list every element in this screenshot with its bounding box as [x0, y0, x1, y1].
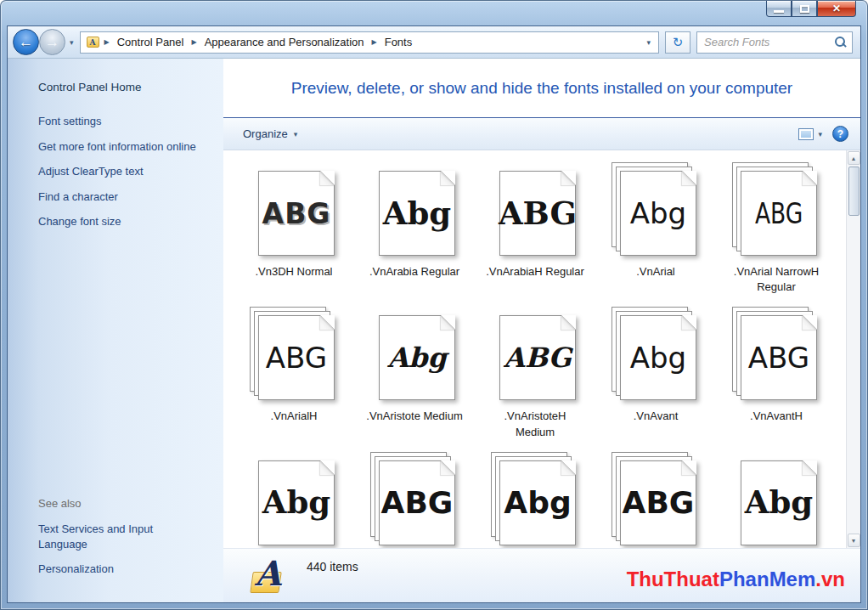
- font-glyph: ABG: [504, 344, 572, 371]
- maximize-button[interactable]: [792, 1, 817, 17]
- sidebar-link-font-settings[interactable]: Font settings: [38, 114, 200, 129]
- font-family-icon: ABG: [732, 162, 820, 257]
- scrollbar-thumb[interactable]: [848, 167, 860, 216]
- search-icon[interactable]: [834, 36, 847, 48]
- help-button[interactable]: ?: [832, 126, 848, 142]
- sidebar-link-get-more-font-information[interactable]: Get more font information online: [38, 139, 200, 155]
- font-file-icon: Abg: [732, 452, 820, 547]
- font-glyph: Abg: [630, 199, 686, 228]
- font-family-icon: Abg: [491, 452, 579, 547]
- fonts-folder-icon: A: [249, 555, 288, 596]
- font-family-icon: ABG: [250, 307, 338, 402]
- font-label: .VnArabiaH Regular: [486, 264, 584, 295]
- sidebar-link-text-services[interactable]: Text Services and Input Language: [38, 522, 200, 551]
- page-fold: [682, 171, 696, 185]
- font-item[interactable]: Abg .VnAvant: [595, 303, 716, 439]
- fonts-folder-mini-icon: A: [87, 37, 99, 48]
- toolbar-right: ▾ ?: [798, 126, 848, 142]
- toolbar: Organize ▾ ▾ ?: [223, 118, 860, 150]
- font-item[interactable]: ABG .VnArial NarrowH Regular: [716, 159, 837, 295]
- minimize-icon: [774, 10, 784, 13]
- breadcrumb-item-appearance-personalization[interactable]: Appearance and Personalization: [200, 33, 369, 51]
- search-input[interactable]: [704, 36, 834, 48]
- breadcrumb-separator-icon: ▶: [369, 38, 380, 46]
- page-fold: [561, 315, 576, 330]
- watermark-part-3: .vn: [815, 568, 845, 590]
- breadcrumb-item-control-panel[interactable]: Control Panel: [113, 33, 189, 51]
- see-also-heading: See also: [38, 497, 215, 510]
- forward-button[interactable]: →: [39, 29, 65, 55]
- letter-a-icon: A: [255, 553, 281, 593]
- font-item[interactable]: Abg .VnAristote Medium: [354, 303, 475, 439]
- font-item[interactable]: Abg: [716, 449, 837, 548]
- page-fold: [320, 460, 335, 475]
- font-item[interactable]: ABG .Vn3DH Normal: [234, 159, 354, 295]
- page-fold: [441, 315, 455, 330]
- font-glyph: ABG: [266, 343, 327, 372]
- scroll-down-button[interactable]: ▼: [848, 534, 860, 547]
- item-count: 440 items: [307, 560, 358, 573]
- font-family-icon: ABG: [612, 452, 700, 547]
- font-label: .VnAristote Medium: [366, 409, 462, 439]
- window-controls: ✕: [766, 1, 856, 17]
- font-item[interactable]: Abg: [234, 449, 354, 548]
- page-fold: [320, 171, 335, 185]
- history-dropdown-icon[interactable]: ▾: [70, 38, 74, 47]
- back-arrow-icon: ←: [19, 34, 33, 51]
- font-label: .VnAristoteH Medium: [485, 409, 585, 439]
- font-file-icon: Abg: [250, 452, 338, 547]
- font-item[interactable]: Abg .VnArabia Regular: [354, 159, 475, 295]
- font-item[interactable]: ABG: [354, 449, 475, 548]
- font-label: .Vn3DH Normal: [255, 264, 332, 295]
- watermark-part-2: PhanMem: [719, 568, 815, 590]
- font-item[interactable]: ABG .VnArabiaH Regular: [475, 159, 595, 295]
- back-button[interactable]: ←: [13, 29, 39, 55]
- font-item[interactable]: ABG .VnAvantH: [716, 303, 837, 439]
- page-fold: [803, 171, 817, 185]
- font-item[interactable]: Abg: [475, 449, 595, 548]
- organize-label: Organize: [243, 127, 288, 140]
- page-fold: [803, 315, 817, 330]
- refresh-icon: ↻: [673, 35, 684, 50]
- close-icon: ✕: [832, 3, 841, 14]
- font-glyph: ABG: [381, 488, 454, 518]
- breadcrumb-item-fonts[interactable]: Fonts: [380, 33, 417, 51]
- refresh-button[interactable]: ↻: [665, 31, 690, 54]
- sidebar-link-change-font-size[interactable]: Change font size: [38, 214, 200, 229]
- font-label: .VnAvant: [634, 409, 679, 439]
- sidebar-link-find-character[interactable]: Find a character: [38, 189, 200, 205]
- minimize-button[interactable]: [766, 1, 792, 17]
- status-bar: A 440 items ThuThuatPhanMem.vn: [223, 548, 860, 602]
- font-glyph: Abg: [262, 487, 330, 518]
- sidebar-link-personalization[interactable]: Personalization: [38, 562, 200, 577]
- breadcrumb-separator-icon: ▶: [188, 38, 200, 46]
- font-list-area: ABG .Vn3DH Normal Abg .VnArabia Regular: [223, 150, 860, 548]
- font-glyph: Abg: [387, 344, 447, 371]
- vertical-scrollbar[interactable]: ▲ ▼: [846, 150, 860, 548]
- page-fold: [441, 171, 455, 185]
- font-family-icon: Abg: [612, 307, 700, 402]
- font-item[interactable]: Abg .VnArial: [595, 159, 716, 295]
- address-dropdown-icon[interactable]: ▾: [644, 38, 653, 47]
- watermark-part-1: ThuThuat: [627, 568, 719, 590]
- sidebar-item-control-panel-home[interactable]: Control Panel Home: [38, 81, 215, 93]
- font-glyph: Abg: [630, 343, 686, 372]
- sidebar-link-adjust-cleartype[interactable]: Adjust ClearType text: [38, 164, 200, 179]
- main-content: Preview, delete, or show and hide the fo…: [223, 59, 860, 602]
- forward-arrow-icon: →: [45, 34, 59, 51]
- font-file-icon: Abg: [370, 162, 459, 257]
- font-item[interactable]: ABG .VnAristoteH Medium: [475, 303, 595, 439]
- search-box: [696, 31, 853, 54]
- font-item[interactable]: ABG .VnArialH: [234, 303, 354, 439]
- views-button[interactable]: ▾: [798, 128, 822, 140]
- organize-button[interactable]: Organize ▾: [235, 123, 305, 144]
- font-label: .VnArial NarrowH Regular: [726, 264, 826, 295]
- close-button[interactable]: ✕: [817, 1, 856, 17]
- font-grid: ABG .Vn3DH Normal Abg .VnArabia Regular: [234, 159, 837, 548]
- scroll-up-button[interactable]: ▲: [848, 151, 860, 165]
- font-family-icon: ABG: [370, 452, 459, 547]
- watermark: ThuThuatPhanMem.vn: [627, 568, 845, 591]
- font-file-icon: ABG: [250, 162, 338, 257]
- font-item[interactable]: ABG: [595, 449, 716, 548]
- font-file-icon: ABG: [491, 307, 579, 402]
